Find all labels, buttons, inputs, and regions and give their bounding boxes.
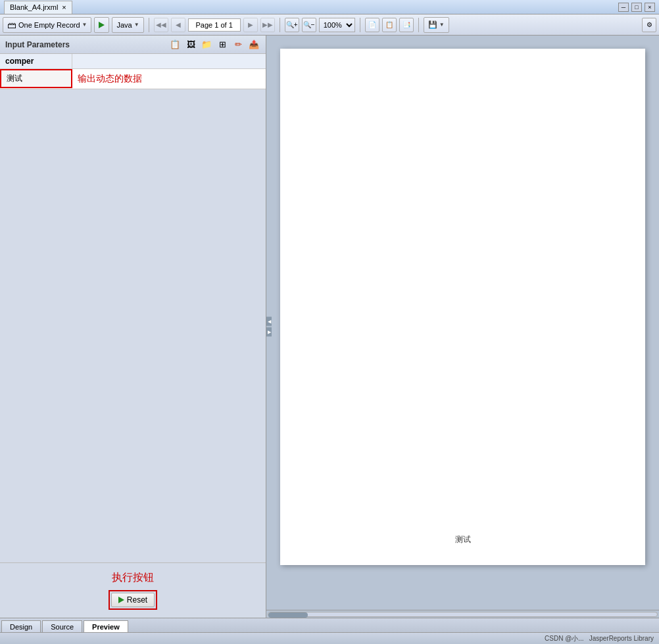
nav-next-button[interactable]: ▶ (243, 18, 258, 32)
panel-icon-2[interactable]: 🖼 (184, 38, 197, 51)
tab-preview-label: Preview (92, 623, 120, 631)
window-close-button[interactable]: × (645, 3, 655, 12)
toolbar-separator-3 (360, 18, 360, 32)
minimize-button[interactable]: ─ (618, 3, 629, 12)
datasource-selector[interactable]: 🗃 One Empty Record ▼ (3, 17, 91, 33)
panel-icon-3[interactable]: 📁 (200, 38, 213, 51)
run-button[interactable] (94, 17, 109, 33)
column-header-name: comper (0, 54, 72, 68)
csdn-watermark: CSDN @小... (545, 634, 584, 643)
column-header-value (72, 54, 266, 68)
execute-label: 执行按钮 (112, 571, 154, 585)
page-icon-2[interactable]: 📋 (382, 18, 397, 32)
panel-icon-4[interactable]: ⊞ (216, 38, 229, 51)
nav-first-button[interactable]: ◀◀ (154, 18, 168, 32)
tab-design[interactable]: Design (1, 620, 41, 632)
save-button[interactable]: 💾 ▼ (424, 17, 449, 33)
toolbar-separator-4 (418, 18, 419, 32)
page-icon-3[interactable]: 📑 (399, 18, 414, 32)
bottom-tabs: Design Source Preview (0, 618, 659, 632)
params-header-row: comper (0, 54, 266, 69)
panel-title: Input Parameters (5, 40, 166, 49)
param-value: 输出动态的数据 (78, 73, 142, 85)
panel-spacer (0, 89, 266, 562)
reset-button[interactable]: Reset (111, 593, 155, 607)
param-name-cell[interactable]: 测试 (0, 69, 72, 88)
datasource-dropdown-arrow: ▼ (82, 22, 87, 28)
settings-button[interactable]: ⚙ (642, 18, 656, 32)
close-icon[interactable]: × (62, 3, 66, 11)
tab-source[interactable]: Source (42, 620, 82, 632)
zoom-in-button[interactable]: 🔍+ (285, 18, 299, 32)
file-tab-label: Blank_A4.jrxml (10, 3, 58, 11)
toolbar-separator-1 (149, 18, 149, 32)
nav-prev-button[interactable]: ◀ (171, 18, 185, 32)
panel-icon-1[interactable]: 📋 (168, 38, 182, 51)
scroll-track (268, 612, 658, 617)
main-content: Input Parameters 📋 🖼 📁 ⊞ ✏ 📤 comper 测试 输… (0, 36, 659, 618)
edit-icon[interactable]: ✏ (232, 38, 245, 51)
collapse-left-arrow[interactable]: ◀ (266, 317, 272, 326)
reset-row: Reset (109, 590, 157, 610)
execute-area: 执行按钮 Reset (0, 562, 266, 618)
parameters-table: comper 测试 输出动态的数据 (0, 54, 266, 89)
title-bar: Blank_A4.jrxml × ─ □ × (0, 0, 659, 14)
zoom-select[interactable]: 100% 75% 150% 200% (319, 18, 355, 32)
preview-scroll-area[interactable]: 测试 (266, 36, 659, 610)
tab-source-label: Source (51, 623, 74, 631)
panel-toolbar: Input Parameters 📋 🖼 📁 ⊞ ✏ 📤 (0, 36, 266, 54)
language-selector[interactable]: Java ▼ (112, 17, 143, 33)
tab-preview[interactable]: Preview (84, 620, 128, 632)
status-bar: CSDN @小... JasperReports Library (0, 632, 659, 644)
scroll-thumb[interactable] (268, 612, 308, 618)
page-content-text: 测试 (455, 534, 471, 545)
right-panel: 测试 (266, 36, 659, 618)
export-icon[interactable]: 📤 (247, 38, 260, 51)
page-preview: 测试 (280, 49, 645, 565)
save-dropdown-arrow: ▼ (439, 22, 445, 28)
save-icon: 💾 (428, 20, 437, 29)
param-row-1: 测试 输出动态的数据 (0, 69, 266, 89)
reset-button-wrapper: Reset (109, 590, 157, 610)
maximize-button[interactable]: □ (631, 3, 642, 12)
library-label: JasperReports Library (589, 635, 654, 642)
language-label: Java (116, 21, 132, 29)
left-panel: Input Parameters 📋 🖼 📁 ⊞ ✏ 📤 comper 测试 输… (0, 36, 266, 618)
param-value-cell[interactable]: 输出动态的数据 (72, 69, 266, 88)
collapse-right-arrow[interactable]: ▶ (266, 328, 272, 337)
page-info-input[interactable]: Page 1 of 1 (188, 18, 241, 32)
horizontal-scrollbar[interactable] (266, 610, 659, 618)
language-dropdown-arrow: ▼ (134, 22, 139, 28)
nav-last-button[interactable]: ▶▶ (260, 18, 275, 32)
window-controls: ─ □ × (618, 3, 655, 12)
reset-label: Reset (127, 595, 147, 605)
zoom-out-button[interactable]: 🔍− (302, 18, 316, 32)
page-icon-1[interactable]: 📄 (365, 18, 379, 32)
play-icon (118, 597, 124, 603)
toolbar-separator-2 (280, 18, 280, 32)
tab-design-label: Design (10, 623, 32, 631)
main-toolbar: 🗃 One Empty Record ▼ Java ▼ ◀◀ ◀ Page 1 … (0, 14, 659, 36)
param-name: 测试 (7, 73, 22, 84)
file-tab[interactable]: Blank_A4.jrxml × (4, 1, 72, 14)
datasource-label: One Empty Record (18, 21, 80, 29)
